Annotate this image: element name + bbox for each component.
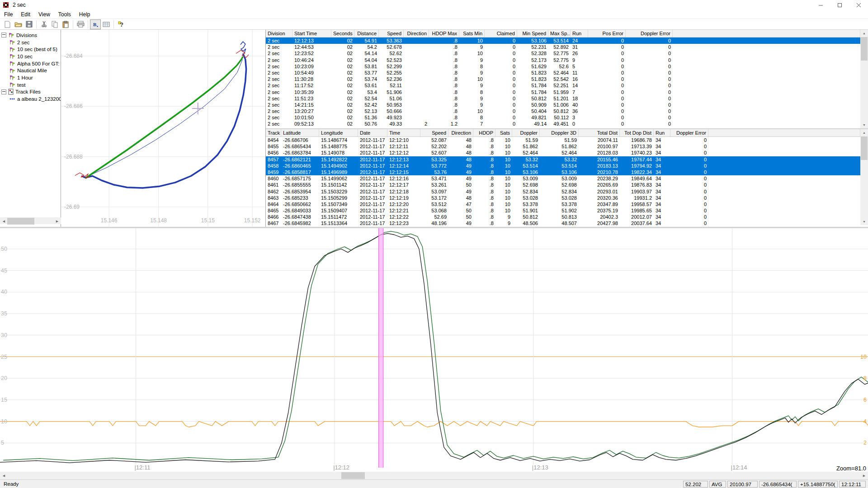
table-row-partial[interactable]: 8467-26.684598215.15133642012-11-1712:12… xyxy=(266,220,860,225)
table-row[interactable]: 2 sec12:23:520254.1452.62.810052.32852.7… xyxy=(266,50,860,56)
column-header-latitude[interactable]: Latitude xyxy=(281,129,319,136)
scrollbar-thumb[interactable] xyxy=(861,37,868,61)
table-row[interactable]: 2 sec10:23:090253.8152.299.88051.62952.6… xyxy=(266,63,860,70)
column-header-run[interactable]: Run xyxy=(654,129,670,136)
column-header-run[interactable]: Run xyxy=(571,30,588,37)
table-row[interactable]: 8462-26.685395415.15032292012-11-1712:12… xyxy=(266,188,860,195)
table-row[interactable]: 2 sec10:01:500251.3649.923.88049.82150.1… xyxy=(266,114,860,121)
column-header-max-sp[interactable]: Max Sp... xyxy=(548,30,571,37)
column-header-total-dist[interactable]: Total Dist xyxy=(579,129,620,136)
scrollbar-thumb[interactable] xyxy=(341,472,365,479)
column-header-direction[interactable]: Direction xyxy=(404,30,429,37)
paste-button[interactable] xyxy=(60,19,71,29)
collapse-icon[interactable] xyxy=(1,89,6,94)
tree-item-1-hour[interactable]: 1 Hour xyxy=(0,74,61,81)
column-header-hdop-max[interactable]: HDOP Max xyxy=(429,30,459,37)
column-header-pos-error[interactable]: Pos Error xyxy=(588,30,626,37)
table-row[interactable]: 8457-26.686212115.14928222012-11-1712:12… xyxy=(266,156,860,163)
table-row[interactable]: 2 sec10:46:240254.0452.523.89052.17352.7… xyxy=(266,57,860,63)
column-header-hdop[interactable]: HDOP xyxy=(473,129,495,136)
column-header-doppler-3d[interactable]: Doppler 3D xyxy=(540,129,579,136)
column-header-speed[interactable]: Speed xyxy=(379,30,404,37)
column-header-longitude[interactable]: Longitude xyxy=(319,129,358,136)
tree-item-2-sec[interactable]: 2 sec xyxy=(0,39,61,46)
column-header-doppler[interactable]: Doppler xyxy=(512,129,540,136)
scroll-right-icon[interactable]: ▶ xyxy=(860,472,868,479)
cut-button[interactable] xyxy=(38,19,49,29)
tree-node-track-files[interactable]: Track Files xyxy=(0,89,61,96)
table-row[interactable]: 2 sec09:52:130250.7649.3321.27049.1449.4… xyxy=(266,121,860,127)
table-row[interactable]: 8459-26.685881715.14969892012-11-1712:12… xyxy=(266,169,860,175)
column-header-time[interactable]: Time xyxy=(387,129,420,136)
table-row[interactable]: 8455-26.686543415.14887752012-11-1712:12… xyxy=(266,143,860,150)
scroll-up-icon[interactable]: ▲ xyxy=(860,129,868,136)
table-row[interactable]: 8461-26.685555515.15011422012-11-1712:12… xyxy=(266,182,860,188)
track-map-panel[interactable]: -26.684-26.686-26.688-26.6915.14615.1481… xyxy=(61,30,266,227)
new-file-button[interactable] xyxy=(2,19,13,29)
grid-view-button[interactable] xyxy=(101,19,112,29)
scroll-left-icon[interactable]: ◀ xyxy=(0,472,8,479)
column-header-tot-dop-dist[interactable]: Tot Dop Dist xyxy=(620,129,654,136)
tree-item-a-albeau-2-123200[interactable]: a albeau 2_123200 xyxy=(0,95,61,103)
column-header-min-speed[interactable]: Min Speed xyxy=(517,30,548,37)
table-row[interactable]: 8464-26.685066215.15073492012-11-1712:12… xyxy=(266,201,860,207)
vertical-scrollbar[interactable]: ▲▼ xyxy=(860,129,868,225)
table-row[interactable]: 8458-26.686046515.14949022012-11-1712:12… xyxy=(266,163,860,169)
maximize-button[interactable] xyxy=(830,0,849,10)
table-row[interactable]: 2 sec10:35:390253.451.906.88051.78451.95… xyxy=(266,89,860,95)
table-row[interactable]: 2 sec14:21:150252.4250.953.89050.90951.0… xyxy=(266,102,860,108)
tree-item-nautical-mile[interactable]: Nautical Mile xyxy=(0,67,61,74)
column-header-date[interactable]: Date xyxy=(358,129,387,136)
help-button[interactable]: ? xyxy=(116,19,127,29)
column-header-sats-min[interactable]: Sats Min xyxy=(459,30,485,37)
menu-view[interactable]: View xyxy=(34,10,54,19)
menu-tools[interactable]: Tools xyxy=(54,10,75,19)
table-row[interactable]: 8460-26.685717515.14990622012-11-1712:12… xyxy=(266,175,860,182)
print-button[interactable] xyxy=(75,19,86,29)
close-button[interactable] xyxy=(849,0,868,10)
table-row[interactable]: 2 sec13:20:270252.1350.666.810050.40450.… xyxy=(266,108,860,114)
column-header-doppler-error[interactable]: Doppler Error xyxy=(670,129,708,136)
speed-graph-panel[interactable]: 5101520253035404550246810|12:11|12:12|12… xyxy=(0,228,868,472)
table-row[interactable]: 8465-26.684903315.15094072012-11-1712:12… xyxy=(266,207,860,214)
vertical-scrollbar[interactable]: ▲▼ xyxy=(860,30,868,128)
copy-button[interactable] xyxy=(49,19,60,29)
scroll-up-icon[interactable]: ▲ xyxy=(860,30,868,37)
column-header-distance[interactable]: Distance xyxy=(354,30,379,37)
column-header-direction[interactable]: Direction xyxy=(448,129,473,136)
column-header-speed[interactable]: Speed xyxy=(420,129,448,136)
open-file-button[interactable] xyxy=(13,19,24,29)
menu-edit[interactable]: Edit xyxy=(17,10,34,19)
table-row[interactable]: 8456-26.686378415.1490782012-11-1712:12:… xyxy=(266,150,860,156)
tree-item-test[interactable]: test xyxy=(0,81,61,89)
table-row[interactable]: 2 sec10:54:490253.7752.255.89051.82352.4… xyxy=(266,70,860,76)
tree-item-alpha-500-for-gt[interactable]: Alpha 500 For GT: xyxy=(0,60,61,67)
minimize-button[interactable] xyxy=(811,0,830,10)
track-map[interactable]: -26.684-26.686-26.688-26.6915.14615.1481… xyxy=(61,30,265,227)
table-row[interactable]: 8463-26.68523315.15052992012-11-1712:12:… xyxy=(266,195,860,201)
column-header-start-time[interactable]: Start Time xyxy=(292,30,331,37)
table-row[interactable]: 8466-26.684743815.15114722012-11-1712:12… xyxy=(266,214,860,220)
scroll-left-icon[interactable]: ◀ xyxy=(0,217,8,225)
scroll-down-icon[interactable]: ▼ xyxy=(860,218,868,225)
column-header-doppler-error[interactable]: Doppler Error xyxy=(626,30,673,37)
tree-item-10-sec[interactable]: 10 sec xyxy=(0,53,61,60)
scrollbar-thumb[interactable] xyxy=(7,218,34,225)
scroll-down-icon[interactable]: ▼ xyxy=(860,122,868,128)
scroll-right-icon[interactable]: ▶ xyxy=(53,217,61,225)
table-row[interactable]: 2 sec12:12:130254.9153.363.810053.10653.… xyxy=(266,38,860,44)
column-header-sats[interactable]: Sats xyxy=(495,129,512,136)
speed-graph[interactable]: 5101520253035404550246810|12:11|12:12|12… xyxy=(0,228,868,472)
column-header-track[interactable]: Track xyxy=(266,129,281,136)
save-file-button[interactable] xyxy=(24,19,34,29)
collapse-icon[interactable] xyxy=(1,33,6,38)
table-row[interactable]: 2 sec11:51:230252.5451.06.89050.81251.20… xyxy=(266,95,860,102)
menu-help[interactable]: Help xyxy=(75,10,94,19)
column-header-division[interactable]: Division xyxy=(266,30,292,37)
units-toggle-button[interactable]: B xyxy=(90,19,101,29)
tree-horizontal-scrollbar[interactable]: ◀ ▶ xyxy=(0,217,61,224)
column-header-claimed[interactable]: Claimed xyxy=(485,30,517,37)
tree-item-10-sec-best-of-5[interactable]: 10 sec (best of 5) xyxy=(0,46,61,53)
scrollbar-thumb[interactable] xyxy=(861,136,868,160)
graph-horizontal-scrollbar[interactable]: ◀ ▶ xyxy=(0,472,868,479)
